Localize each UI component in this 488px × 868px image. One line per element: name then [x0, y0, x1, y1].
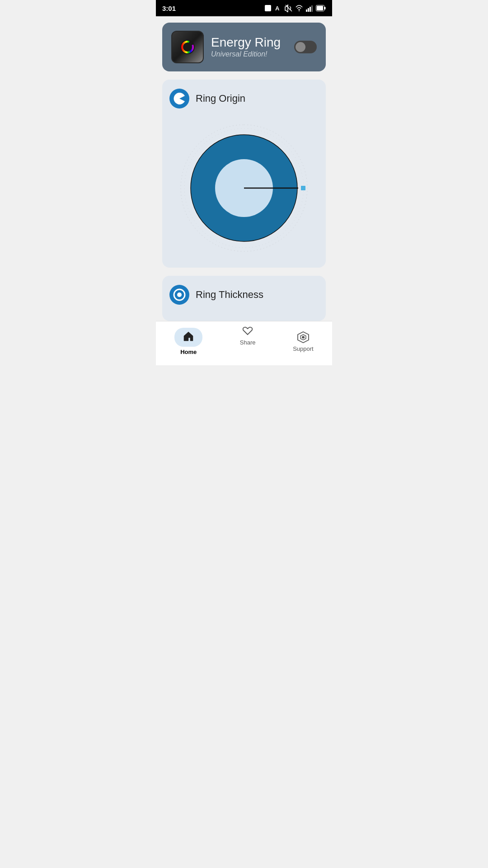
svg-text:A: A	[275, 5, 280, 12]
square-icon	[264, 4, 272, 12]
app-title: Energy Ring	[211, 36, 294, 50]
pacman-icon	[173, 92, 186, 105]
nav-item-share[interactable]: Share	[231, 335, 265, 348]
app-title-group: Energy Ring Universal Edition!	[211, 36, 294, 59]
nav-label-share: Share	[240, 339, 256, 346]
ring-thickness-header: Ring Thickness	[169, 285, 319, 305]
nav-item-support[interactable]: Support	[284, 329, 323, 354]
status-icons: A	[264, 4, 326, 12]
a-icon: A	[274, 4, 282, 12]
ring-thickness-title: Ring Thickness	[196, 289, 263, 301]
header-card: Energy Ring Universal Edition!	[162, 23, 326, 71]
svg-rect-7	[311, 5, 313, 12]
signal-icon	[305, 4, 314, 12]
main-content: Energy Ring Universal Edition! Ring Orig…	[156, 16, 332, 321]
mute-icon	[285, 4, 293, 12]
svg-point-3	[299, 10, 300, 11]
target-icon	[173, 288, 186, 301]
app-subtitle: Universal Edition!	[211, 50, 294, 58]
dial-wrapper[interactable]	[176, 120, 312, 256]
home-icon-bg	[174, 328, 202, 347]
app-logo-svg	[178, 38, 197, 56]
svg-marker-19	[302, 336, 305, 339]
ring-thickness-section: Ring Thickness	[162, 276, 326, 321]
toggle-knob	[296, 42, 305, 52]
svg-rect-10	[317, 6, 323, 10]
status-time: 3:01	[162, 5, 176, 12]
nav-item-home[interactable]: Home	[165, 326, 211, 357]
ring-origin-header: Ring Origin	[169, 89, 319, 108]
dial-svg[interactable]	[176, 120, 312, 256]
app-icon	[171, 31, 204, 63]
svg-rect-9	[324, 7, 326, 9]
indicator-marker	[301, 186, 305, 190]
enable-toggle[interactable]	[294, 41, 317, 53]
nav-label-home: Home	[180, 349, 197, 355]
wifi-icon	[295, 4, 303, 12]
svg-rect-6	[310, 7, 311, 12]
bottom-nav: Home Share Support	[156, 321, 332, 365]
battery-icon	[316, 5, 326, 11]
ring-origin-title: Ring Origin	[196, 93, 245, 104]
ring-origin-icon	[169, 89, 189, 108]
home-icon	[183, 330, 194, 342]
svg-rect-5	[308, 8, 309, 12]
nav-label-support: Support	[293, 345, 314, 352]
status-bar: 3:01 A	[156, 0, 332, 16]
app-icon-inner	[172, 32, 203, 62]
ring-thickness-icon	[169, 285, 189, 305]
heart-icon	[241, 325, 254, 337]
support-icon	[297, 331, 310, 344]
ring-origin-dial-container[interactable]	[169, 116, 319, 260]
svg-rect-4	[306, 9, 307, 12]
svg-rect-0	[265, 5, 271, 11]
svg-point-16	[177, 292, 182, 297]
ring-origin-section: Ring Origin	[162, 80, 326, 268]
